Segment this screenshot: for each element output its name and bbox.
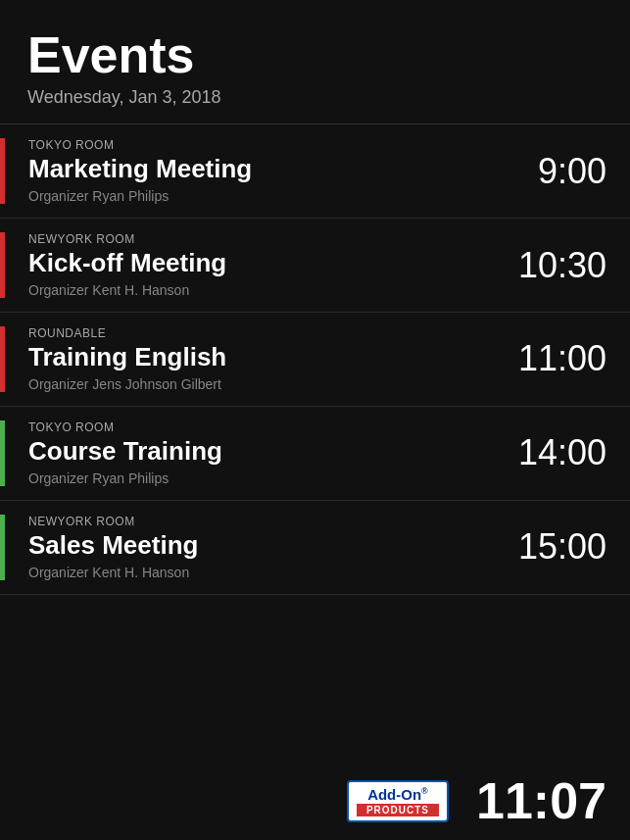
event-time: 14:00 — [499, 432, 606, 473]
event-organizer: Organizer Kent H. Hanson — [28, 282, 499, 298]
logo-top-text: Add-On® — [367, 786, 428, 803]
header: Events Wednesday, Jan 3, 2018 — [0, 0, 630, 124]
event-title: Kick-off Meeting — [28, 249, 499, 278]
event-content: NEWYORK ROOM Sales Meeting Organizer Ken… — [23, 515, 499, 580]
events-list: TOKYO ROOM Marketing Meeting Organizer R… — [0, 124, 630, 594]
event-bar — [0, 232, 5, 298]
header-date: Wednesday, Jan 3, 2018 — [27, 87, 603, 108]
event-room: TOKYO ROOM — [28, 138, 499, 152]
footer: Add-On® PRODUCTS 11:07 — [0, 762, 630, 840]
event-room: TOKYO ROOM — [28, 420, 499, 434]
addon-logo: Add-On® PRODUCTS — [347, 780, 449, 822]
event-content: TOKYO ROOM Marketing Meeting Organizer R… — [23, 138, 499, 204]
event-bar — [0, 420, 5, 486]
event-time: 10:30 — [499, 245, 606, 286]
event-bar — [0, 326, 5, 392]
addon-logo-wrapper: Add-On® PRODUCTS — [347, 780, 460, 822]
event-item[interactable]: NEWYORK ROOM Sales Meeting Organizer Ken… — [0, 501, 630, 595]
event-room: ROUNDABLE — [28, 326, 499, 340]
event-content: TOKYO ROOM Course Training Organizer Rya… — [23, 420, 499, 486]
footer-time: 11:07 — [476, 771, 606, 830]
event-item[interactable]: NEWYORK ROOM Kick-off Meeting Organizer … — [0, 219, 630, 313]
event-time: 15:00 — [499, 526, 606, 568]
event-bar — [0, 138, 5, 204]
event-time: 11:00 — [499, 338, 606, 379]
event-content: NEWYORK ROOM Kick-off Meeting Organizer … — [23, 232, 499, 298]
event-room: NEWYORK ROOM — [28, 232, 499, 246]
event-room: NEWYORK ROOM — [28, 515, 499, 528]
event-organizer: Organizer Kent H. Hanson — [28, 565, 499, 580]
event-time: 9:00 — [499, 151, 606, 192]
event-title: Training English — [28, 343, 499, 372]
event-bar — [0, 515, 5, 580]
event-title: Sales Meeting — [28, 531, 499, 561]
event-organizer: Organizer Ryan Philips — [28, 470, 499, 486]
event-title: Course Training — [28, 437, 499, 467]
page-title: Events — [27, 27, 603, 83]
event-item[interactable]: TOKYO ROOM Marketing Meeting Organizer R… — [0, 124, 630, 219]
event-content: ROUNDABLE Training English Organizer Jen… — [23, 326, 499, 392]
event-title: Marketing Meeting — [28, 155, 499, 184]
event-item[interactable]: ROUNDABLE Training English Organizer Jen… — [0, 313, 630, 407]
logo-bottom-text: PRODUCTS — [357, 804, 439, 816]
event-organizer: Organizer Jens Johnson Gilbert — [28, 376, 499, 392]
event-item[interactable]: TOKYO ROOM Course Training Organizer Rya… — [0, 407, 630, 501]
event-organizer: Organizer Ryan Philips — [28, 188, 499, 204]
